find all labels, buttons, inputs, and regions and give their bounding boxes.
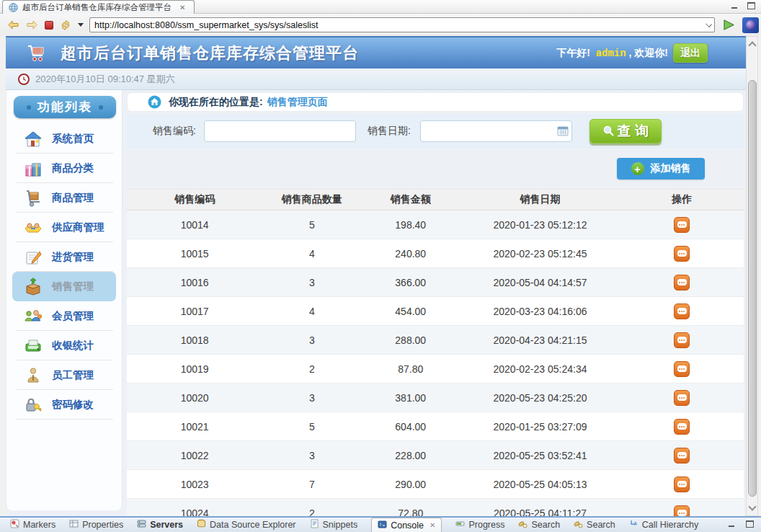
row-detail-button[interactable] [674, 217, 690, 233]
minimize-icon[interactable] [731, 2, 739, 9]
cart-icon [27, 45, 46, 62]
snippets-view-icon [310, 519, 319, 531]
view-tab-snippets[interactable]: Snippets [310, 518, 358, 532]
bottom-view-bar: MarkersPropertiesServersData Source Expl… [0, 516, 761, 532]
row-detail-button[interactable] [674, 361, 690, 377]
view-close-icon[interactable]: ✕ [430, 521, 435, 529]
clock-icon [18, 74, 30, 85]
callh-view-icon [629, 519, 638, 531]
progress-view-icon [455, 519, 465, 531]
view-tab-data-source-explorer[interactable]: Data Source Explorer [197, 518, 296, 532]
external-browser-icon[interactable] [742, 17, 759, 33]
cell-date: 2020-01-25 03:27:09 [460, 421, 620, 433]
row-detail-button[interactable] [674, 419, 690, 435]
refresh-icon[interactable] [60, 20, 71, 30]
row-detail-button[interactable] [674, 275, 690, 291]
sidebar-item-product[interactable]: 商品管理 [12, 183, 116, 213]
cell-date: 2020-05-25 04:05:13 [460, 479, 620, 490]
sidebar-item-label: 供应商管理 [52, 221, 104, 234]
url-bar[interactable] [89, 17, 715, 32]
cell-quantity: 5 [262, 219, 361, 231]
view-tab-properties[interactable]: Properties [69, 518, 123, 532]
view-tab-console[interactable]: Console✕ [371, 518, 442, 532]
cell-date: 2020-03-23 04:16:06 [460, 306, 620, 317]
sidebar-item-member[interactable]: 会员管理 [12, 301, 116, 331]
sidebar-item-label: 系统首页 [52, 132, 94, 146]
view-tab-call-hierarchy[interactable]: Call Hierarchy [629, 518, 699, 532]
row-detail-button[interactable] [674, 476, 690, 492]
greeting: 下午好! admin , 欢迎你! [556, 47, 668, 60]
purchase-icon [24, 248, 43, 267]
location-home-icon [148, 95, 161, 109]
sidebar-item-cashier[interactable]: 收银统计 [12, 331, 116, 360]
sidebar-item-supplier[interactable]: 供应商管理 [12, 213, 116, 242]
cell-quantity: 2 [262, 507, 361, 517]
search-icon [602, 125, 615, 138]
sidebar-item-sales[interactable]: 销售管理 [12, 272, 116, 301]
sidebar-item-password[interactable]: 密码修改 [12, 390, 116, 420]
view-maximize-icon[interactable] [746, 520, 754, 528]
table-row: 100215604.002020-01-25 03:27:09 [127, 412, 744, 441]
scroll-down-icon[interactable] [748, 502, 756, 510]
cell-sale-code: 10017 [127, 306, 262, 317]
sidebar-item-home[interactable]: 系统首页 [12, 124, 116, 154]
row-detail-button[interactable] [674, 246, 690, 262]
browser-tab[interactable]: 超市后台订单销售仓库库存综合管理平台 ✕ [2, 0, 195, 14]
ellipsis-bubble-icon [677, 250, 687, 257]
go-icon[interactable] [722, 19, 736, 31]
column-header: 操作 [620, 193, 744, 206]
scrollbar-thumb[interactable] [748, 80, 757, 497]
scroll-up-icon[interactable] [748, 41, 756, 49]
sales-icon [24, 278, 43, 296]
cell-date: 2020-05-25 04:11:27 [460, 507, 620, 517]
sale-code-label: 销售编码: [153, 125, 196, 138]
sidebar-item-employee[interactable]: 员工管理 [12, 360, 116, 390]
row-detail-button[interactable] [674, 390, 690, 406]
cell-date: 2020-02-23 05:12:45 [460, 248, 620, 260]
date-bar: 2020年10月10日 09:10:47 星期六 [6, 68, 746, 90]
view-tab-search[interactable]: Search [574, 518, 615, 532]
row-detail-button[interactable] [674, 448, 690, 464]
sale-date-input[interactable] [420, 120, 572, 142]
table-row: 100223228.002020-05-25 03:52:41 [127, 441, 744, 470]
cell-quantity: 7 [262, 479, 361, 490]
breadcrumb-current[interactable]: 销售管理页面 [267, 96, 328, 109]
row-detail-button[interactable] [674, 332, 690, 348]
query-button[interactable]: 查 询 [589, 119, 662, 143]
view-tab-progress[interactable]: Progress [455, 518, 504, 532]
sale-code-input[interactable] [204, 120, 356, 142]
plus-icon: + [631, 162, 644, 175]
view-minimize-icon[interactable] [728, 520, 736, 528]
sidebar-item-purchase[interactable]: 进货管理 [12, 242, 116, 272]
sidebar-item-label: 进货管理 [52, 250, 94, 264]
maximize-icon[interactable] [747, 2, 755, 9]
add-sale-button[interactable]: + 添加销售 [617, 158, 705, 179]
cell-quantity: 3 [262, 392, 361, 404]
calendar-icon[interactable] [557, 125, 569, 136]
forward-icon[interactable] [26, 20, 38, 30]
view-tab-servers[interactable]: Servers [137, 518, 183, 532]
browser-tab-title: 超市后台订单销售仓库库存综合管理平台 [22, 2, 172, 13]
sidebar-item-category[interactable]: 商品分类 [12, 154, 116, 183]
dropdown-caret-icon[interactable] [78, 23, 84, 27]
ellipsis-bubble-icon [677, 452, 687, 458]
view-tab-markers[interactable]: Markers [10, 518, 55, 532]
logout-button[interactable]: 退出 [673, 43, 708, 63]
globe-icon [9, 3, 18, 12]
member-icon [24, 307, 43, 326]
cashier-icon [24, 337, 43, 355]
password-icon [24, 396, 43, 414]
stop-icon[interactable] [45, 21, 53, 30]
cell-quantity: 4 [262, 306, 361, 317]
cell-sale-code: 10023 [127, 479, 262, 490]
employee-icon [24, 366, 43, 385]
view-tab-search[interactable]: Search [518, 518, 560, 532]
row-detail-button[interactable] [674, 505, 690, 517]
tab-close-icon[interactable]: ✕ [179, 4, 185, 12]
back-icon[interactable] [7, 20, 19, 30]
vertical-scrollbar[interactable] [746, 36, 758, 516]
ellipsis-bubble-icon [677, 423, 687, 430]
url-input[interactable] [89, 17, 715, 32]
row-detail-button[interactable] [674, 303, 690, 319]
sidebar-item-label: 商品管理 [52, 191, 94, 205]
